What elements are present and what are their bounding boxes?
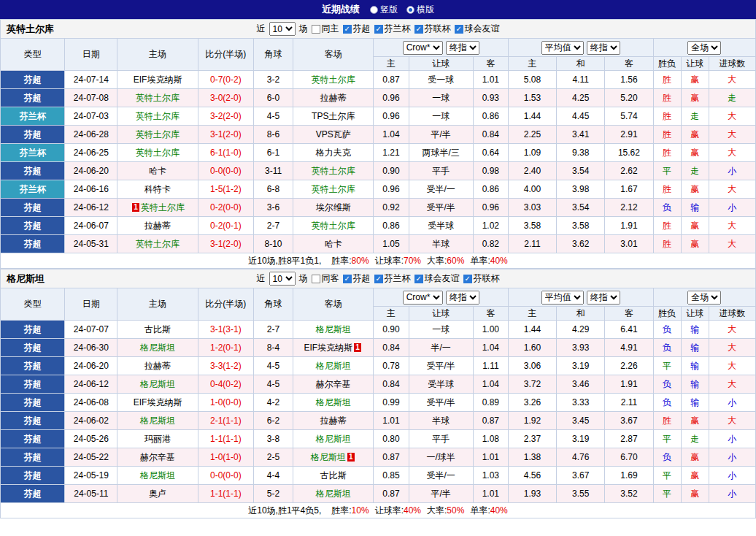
filter-checkbox-option[interactable]: 芬联杯 — [414, 23, 451, 35]
team-name: 格尼斯坦 — [7, 272, 45, 286]
away-team-name[interactable]: EIF埃克纳斯 — [304, 342, 352, 353]
home-team-name[interactable]: 英特土尔库 — [136, 239, 180, 249]
away-team-name[interactable]: 格尼斯坦 — [311, 452, 346, 462]
result-goals: 大 — [709, 144, 755, 162]
filter-checkbox-option[interactable]: 球会友谊 — [414, 272, 460, 285]
score[interactable]: 0-2(0-0) — [210, 202, 242, 213]
avg-type-select[interactable]: 平均值 — [541, 291, 584, 305]
away-team-name[interactable]: 古比斯 — [320, 470, 347, 481]
filter-checkbox-option[interactable]: 芬超 — [343, 272, 371, 285]
home-team-name[interactable]: EIF埃克纳斯 — [134, 74, 182, 85]
home-team-name[interactable]: 英特土尔库 — [136, 111, 180, 121]
home-team-name[interactable]: 赫尔辛基 — [140, 452, 175, 462]
asia-odds: 1.11 — [473, 357, 508, 375]
filter-checkbox-option[interactable]: 芬兰杯 — [374, 23, 411, 35]
score[interactable]: 3-1(3-1) — [210, 324, 242, 334]
away-team-name[interactable]: 英特土尔库 — [312, 184, 355, 194]
result-goals: 大 — [709, 357, 755, 375]
away-team-name[interactable]: 格尼斯坦 — [316, 397, 351, 407]
score[interactable]: 0-2(0-1) — [210, 221, 242, 231]
odds-stage-select[interactable]: 终指 — [446, 291, 479, 305]
away-team-name[interactable]: 英特土尔库 — [312, 74, 355, 85]
filter-checkbox-option[interactable]: 同客 — [312, 272, 339, 285]
score[interactable]: 1-0(1-0) — [210, 452, 242, 462]
score-cell: 0-2(0-0) — [198, 199, 253, 217]
score[interactable]: 2-1(1-1) — [210, 416, 242, 426]
away-team-name[interactable]: 埃尔维斯 — [316, 202, 351, 213]
home-team-cell: 英特土尔库 — [117, 89, 198, 107]
filter-checkbox-option[interactable]: 球会友谊 — [455, 23, 500, 35]
away-team-name[interactable]: 格尼斯坦 — [316, 361, 351, 371]
away-team-name[interactable]: 格力夫克 — [316, 148, 351, 158]
away-team-name[interactable]: TPS土尔库 — [312, 111, 355, 121]
column-header: 日期 — [65, 39, 117, 71]
away-team-cell: TPS土尔库 — [293, 107, 374, 126]
away-team-name[interactable]: 英特土尔库 — [312, 221, 355, 231]
scope-select[interactable]: 全场 — [687, 41, 721, 55]
result-handicap: 赢 — [681, 448, 709, 467]
away-team-name[interactable]: 格尼斯坦 — [316, 489, 351, 499]
match-count-select[interactable]: 10 — [269, 272, 296, 286]
avg-stage-select[interactable]: 终指 — [587, 291, 620, 305]
score[interactable]: 0-0(0-0) — [210, 470, 242, 481]
match-count-select[interactable]: 10 — [269, 22, 296, 36]
home-team-name[interactable]: 格尼斯坦 — [140, 342, 175, 353]
home-team-name[interactable]: 英特土尔库 — [141, 202, 185, 213]
score[interactable]: 1-2(0-1) — [210, 342, 242, 353]
score[interactable]: 1-0(0-0) — [210, 397, 242, 407]
away-team-name[interactable]: 格尼斯坦 — [316, 434, 351, 444]
odds-stage-select[interactable]: 终指 — [446, 41, 479, 55]
home-team-cell: EIF埃克纳斯 — [117, 394, 198, 412]
away-team-name[interactable]: 拉赫蒂 — [320, 93, 347, 103]
score[interactable]: 1-1(1-1) — [210, 489, 242, 499]
checkbox-label: 芬联杯 — [425, 23, 451, 35]
score[interactable]: 0-0(0-0) — [210, 166, 242, 176]
home-team-name[interactable]: EIF埃克纳斯 — [134, 397, 182, 407]
home-team-name[interactable]: 科特卡 — [144, 184, 171, 194]
asia-handicap: 平/半 — [409, 485, 473, 503]
score[interactable]: 6-1(1-0) — [210, 148, 242, 158]
matches-table: 类型日期主场比分(半场)角球客场Crow*终指平均值终指全场主让球客主和客胜负让… — [0, 288, 756, 518]
score[interactable]: 0-4(0-2) — [210, 379, 242, 389]
away-team-name[interactable]: 赫尔辛基 — [316, 379, 351, 389]
away-team-name[interactable]: VPS瓦萨 — [316, 129, 351, 139]
home-team-name[interactable]: 英特土尔库 — [136, 93, 180, 103]
home-team-name[interactable]: 奥卢 — [149, 489, 166, 499]
result-winloss: 负 — [653, 394, 681, 412]
score[interactable]: 3-3(1-2) — [210, 361, 242, 371]
filter-checkbox-option[interactable]: 芬联杯 — [463, 272, 500, 285]
home-team-name[interactable]: 古比斯 — [144, 324, 171, 334]
score[interactable]: 3-1(2-0) — [210, 239, 242, 249]
home-team-name[interactable]: 哈卡 — [149, 166, 166, 176]
home-team-name[interactable]: 格尼斯坦 — [140, 379, 175, 389]
score[interactable]: 3-2(2-0) — [210, 111, 242, 121]
home-team-name[interactable]: 拉赫蒂 — [144, 361, 171, 371]
home-team-name[interactable]: 英特土尔库 — [136, 148, 180, 158]
avg-odds: 2.62 — [605, 162, 653, 180]
home-team-name[interactable]: 拉赫蒂 — [144, 221, 171, 231]
scope-select[interactable]: 全场 — [687, 291, 721, 305]
filter-checkbox-option[interactable]: 芬超 — [343, 23, 371, 35]
avg-stage-select[interactable]: 终指 — [587, 41, 620, 55]
score[interactable]: 3-0(2-0) — [210, 93, 242, 103]
home-team-name[interactable]: 英特土尔库 — [136, 129, 180, 139]
layout-option-vertical[interactable]: 竖版 — [370, 4, 398, 16]
odds-company-select[interactable]: Crow* — [403, 291, 443, 305]
away-team-name[interactable]: 拉赫蒂 — [320, 416, 347, 426]
odds-company-select[interactable]: Crow* — [403, 41, 443, 55]
score[interactable]: 3-1(2-0) — [210, 129, 242, 139]
away-team-name[interactable]: 格尼斯坦 — [316, 324, 351, 334]
avg-type-select[interactable]: 平均值 — [541, 41, 584, 55]
filter-checkbox-option[interactable]: 同主 — [312, 23, 339, 35]
away-team-name[interactable]: 英特土尔库 — [312, 166, 355, 176]
score[interactable]: 1-5(1-2) — [210, 184, 242, 194]
away-team-name[interactable]: 哈卡 — [325, 239, 342, 249]
layout-option-horizontal[interactable]: 横版 — [406, 4, 434, 16]
home-team-name[interactable]: 格尼斯坦 — [140, 416, 175, 426]
filter-checkbox-option[interactable]: 芬兰杯 — [374, 272, 411, 285]
home-team-name[interactable]: 玛丽港 — [144, 434, 171, 444]
home-team-name[interactable]: 格尼斯坦 — [140, 470, 175, 481]
score[interactable]: 0-7(0-2) — [210, 74, 242, 85]
score[interactable]: 1-1(1-1) — [210, 434, 242, 444]
avg-odds: 2.91 — [605, 126, 653, 144]
